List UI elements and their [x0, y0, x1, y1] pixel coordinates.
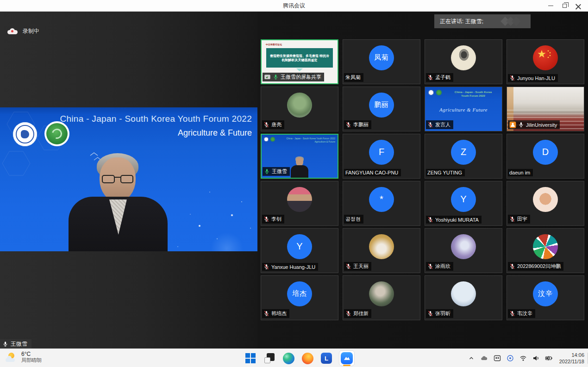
- participant-name: 张羽昕: [435, 310, 450, 317]
- muted-mic-icon: [263, 122, 269, 128]
- avatar-text: F: [379, 147, 384, 157]
- participant-tile-17[interactable]: YYanxue Huang-JLU: [261, 228, 338, 273]
- minimize-button[interactable]: [544, 0, 557, 12]
- tencent-meeting-taskbar-button[interactable]: [339, 350, 355, 366]
- onedrive-cloud-icon[interactable]: [480, 355, 488, 362]
- participant-name: 王天丽: [353, 263, 369, 270]
- participant-label: 王天丽: [344, 262, 371, 271]
- mini-forum-title: China - Japan - South KoreaYouth Forum 2…: [447, 90, 499, 98]
- participant-tile-8[interactable]: JilinUniversity: [507, 87, 584, 131]
- photo-avatar: [451, 45, 476, 70]
- speaker-silhouette: [287, 157, 313, 178]
- start-button[interactable]: [244, 352, 257, 365]
- avatar-text: *: [380, 194, 383, 205]
- participant-label: 韦汶辛: [508, 309, 535, 318]
- tray-chevron-up-icon[interactable]: [467, 355, 475, 362]
- muted-mic-icon: [509, 311, 515, 317]
- participant-tile-10[interactable]: FFANGYUAN CAO-PNU: [343, 134, 420, 179]
- lenovo-app-button[interactable]: L: [320, 352, 333, 365]
- participant-tile-2[interactable]: 凤菊朱凤菊: [343, 39, 420, 84]
- photo-avatar: [287, 93, 312, 118]
- taskbar-app-icons: L: [244, 349, 355, 367]
- participant-name: 田宇: [517, 216, 527, 223]
- taskbar-clock[interactable]: 14:06 2022/11/18: [559, 352, 584, 365]
- mic-icon: [273, 74, 279, 80]
- participant-tile-5[interactable]: 唐亮: [261, 87, 338, 131]
- edge-browser-button[interactable]: [282, 352, 295, 365]
- participant-name: FANGYUAN CAO-PNU: [345, 170, 398, 175]
- participant-tile-22[interactable]: 郑佳新: [343, 275, 420, 320]
- participant-tile-14[interactable]: *공정현: [343, 181, 420, 226]
- muted-mic-icon: [427, 122, 433, 128]
- glow-decoration: [211, 232, 243, 251]
- participant-label: JilinUniversity: [508, 120, 560, 129]
- muted-mic-icon: [427, 75, 433, 81]
- main-stage-pane: 录制中 China - Japan - South Korea Youth Fo…: [0, 12, 257, 348]
- participant-grid: 中日韩青年论坛番茄野生资源类番茄茄、多毛番茄 特抗冷机制解析及关键基因鉴定东北农…: [261, 39, 584, 320]
- volume-icon[interactable]: [532, 355, 540, 362]
- muted-mic-icon: [427, 263, 433, 269]
- weather-widget[interactable]: 6°C 局部晴朗: [6, 351, 42, 363]
- speaking-banner-text: 正在讲话: 王微雪;: [440, 18, 483, 25]
- main-stage-video[interactable]: China - Japan - South Korea Youth Forum …: [0, 107, 257, 251]
- wifi-icon[interactable]: [519, 355, 527, 362]
- participant-name: Junyou Han-JLU: [517, 75, 555, 81]
- file-explorer-button[interactable]: [263, 352, 276, 365]
- initial-avatar: Y: [287, 234, 312, 259]
- muted-mic-icon: [427, 311, 433, 317]
- participant-tile-16[interactable]: 田宇: [507, 181, 584, 226]
- photo-avatar: [533, 187, 558, 212]
- sparkle-decoration: [0, 107, 1, 108]
- participant-tile-3[interactable]: 孟子鹤: [425, 39, 502, 84]
- restore-button[interactable]: [557, 0, 571, 12]
- participant-name: 郑佳新: [353, 310, 369, 317]
- jilin-university-logo: [264, 137, 269, 142]
- initial-avatar: 凤菊: [369, 45, 394, 70]
- participant-tile-1[interactable]: 中日韩青年论坛番茄野生资源类番茄茄、多毛番茄 特抗冷机制解析及关键基因鉴定东北农…: [261, 39, 338, 84]
- participant-name: JilinUniversity: [526, 122, 557, 128]
- tray-app-circle-icon[interactable]: [506, 355, 514, 362]
- participant-tile-21[interactable]: 培杰韩培杰: [261, 275, 338, 320]
- participant-name: ZENG YUTING: [427, 170, 462, 175]
- mini-forum-subtitle: Agriculture & Future: [425, 107, 502, 112]
- participant-tile-12[interactable]: Ddaeun im: [507, 134, 584, 179]
- participant-label: FANGYUAN CAO-PNU: [344, 169, 401, 176]
- ime-icon[interactable]: [493, 355, 501, 362]
- window-titlebar: 腾讯会议: [0, 0, 588, 12]
- participant-name: 孟子鹤: [435, 74, 450, 81]
- participant-label: 韩培杰: [262, 309, 289, 318]
- window-controls: [544, 0, 585, 12]
- participant-tile-24[interactable]: 汶辛韦汶辛: [507, 275, 584, 320]
- participant-tile-20[interactable]: 2022869002闫坤鹏: [507, 228, 584, 273]
- slide-title: 番茄野生资源类番茄茄、多毛番茄 特抗冷机制解析及关键基因鉴定: [266, 48, 333, 68]
- forum-green-logo: [270, 137, 275, 142]
- windows-taskbar: 6°C 局部晴朗 L: [0, 348, 588, 367]
- participant-tile-23[interactable]: 张羽昕: [425, 275, 502, 320]
- participant-tile-19[interactable]: 涂雨欣: [425, 228, 502, 273]
- participant-name: 李钊: [271, 216, 281, 223]
- participant-label: 郑佳新: [344, 309, 371, 318]
- participant-label: 李钊: [262, 215, 284, 224]
- photo-avatar: [287, 187, 312, 212]
- slide-corner-tag: 中日韩青年论坛: [266, 43, 282, 46]
- initial-avatar: *: [369, 187, 394, 212]
- slide-chevron-decoration: [296, 68, 303, 71]
- weather-icon: [6, 352, 18, 362]
- system-tray: [467, 349, 553, 367]
- battery-icon[interactable]: [545, 355, 553, 362]
- participant-tile-11[interactable]: ZZENG YUTING: [425, 134, 502, 179]
- photo-avatar: [451, 281, 476, 306]
- stage-speaker-label: 王微雪: [0, 339, 31, 348]
- avatar-text: D: [542, 147, 549, 157]
- participant-tile-9[interactable]: China - Japan - South Korea Youth Forum …: [261, 134, 338, 179]
- close-button[interactable]: [571, 0, 585, 12]
- participant-tile-18[interactable]: 王天丽: [343, 228, 420, 273]
- firefox-browser-button[interactable]: [301, 352, 314, 365]
- participant-tile-15[interactable]: YYoshiyuki MURATA: [425, 181, 502, 226]
- participant-tile-6[interactable]: 鹏丽李鹏丽: [343, 87, 420, 131]
- participant-tile-7[interactable]: China - Japan - South KoreaYouth Forum 2…: [425, 87, 502, 131]
- clock-date: 2022/11/18: [559, 358, 584, 365]
- windows-logo-icon: [245, 353, 256, 363]
- participant-tile-4[interactable]: Junyou Han-JLU: [507, 39, 584, 84]
- participant-tile-13[interactable]: 李钊: [261, 181, 338, 226]
